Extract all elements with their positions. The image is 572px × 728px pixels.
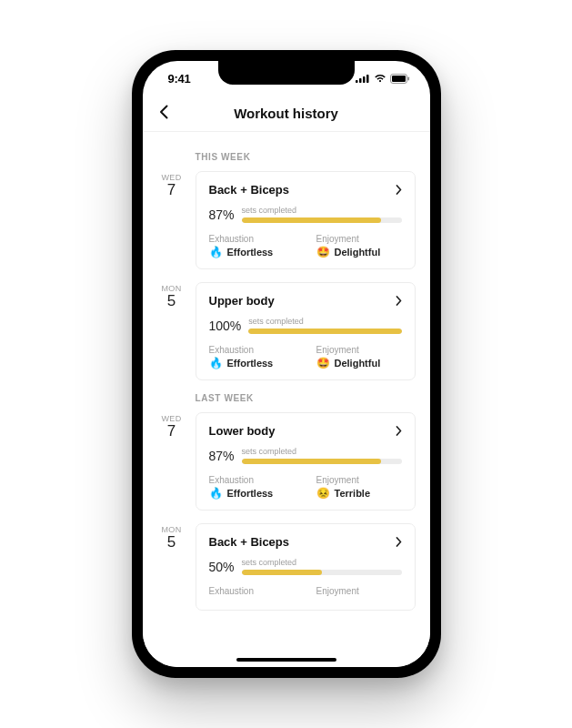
enjoyment-label: Enjoyment: [316, 345, 402, 355]
flame-icon: 🔥: [209, 358, 223, 369]
face-icon: 🤩: [316, 358, 330, 369]
enjoyment-label: Enjoyment: [316, 234, 402, 244]
progress-bar: [242, 570, 402, 575]
completion-percent: 50%: [209, 560, 235, 574]
enjoyment-value: Delightful: [335, 358, 381, 369]
progress-fill: [248, 329, 401, 334]
section-header: LAST WEEK: [196, 393, 416, 403]
date-column: WED 7: [157, 171, 186, 269]
phone-screen: 9:41 Workout history THIS WEEK WED 7: [143, 61, 430, 667]
exhaustion-value: Effortless: [227, 358, 274, 369]
enjoyment-value: Terrible: [335, 488, 371, 499]
workout-title: Lower body: [209, 424, 276, 438]
enjoyment-value: Delightful: [335, 247, 381, 258]
svg-rect-0: [356, 80, 358, 83]
date-day: 7: [157, 182, 186, 199]
completion-percent: 100%: [209, 318, 242, 333]
chevron-right-icon: [396, 296, 402, 306]
page-title: Workout history: [234, 106, 338, 121]
flame-icon: 🔥: [209, 247, 223, 258]
date-column: WED 7: [157, 412, 186, 511]
battery-icon: [390, 74, 410, 84]
completion-label: sets completed: [248, 317, 401, 326]
progress-fill: [242, 570, 322, 575]
exhaustion-value: Effortless: [227, 247, 274, 258]
workout-title: Back + Biceps: [209, 535, 290, 549]
svg-rect-5: [392, 76, 406, 82]
svg-rect-1: [359, 78, 362, 83]
workout-title: Upper body: [209, 294, 275, 308]
chevron-left-icon: [159, 105, 168, 119]
content-scroll[interactable]: THIS WEEK WED 7 Back + Biceps 87% sets c…: [143, 132, 430, 667]
workout-card[interactable]: Lower body 87% sets completed Exhaustion: [196, 412, 416, 511]
completion-percent: 87%: [209, 207, 235, 222]
progress-bar: [242, 459, 402, 464]
chevron-right-icon: [396, 537, 402, 547]
workout-card[interactable]: Back + Biceps 50% sets completed Exhaust…: [196, 523, 416, 611]
workout-row: MON 5 Back + Biceps 50% sets completed: [157, 523, 416, 611]
enjoyment-label: Enjoyment: [316, 586, 402, 596]
workout-row: WED 7 Back + Biceps 87% sets completed: [157, 171, 416, 269]
progress-fill: [242, 459, 381, 464]
status-time: 9:41: [168, 72, 191, 86]
wifi-icon: [374, 74, 386, 83]
exhaustion-label: Exhaustion: [209, 234, 295, 244]
progress-bar: [248, 329, 401, 334]
date-column: MON 5: [157, 523, 186, 611]
face-icon: 😣: [316, 488, 330, 499]
back-button[interactable]: [156, 101, 172, 126]
workout-card[interactable]: Back + Biceps 87% sets completed Exhaust…: [196, 171, 416, 269]
nav-bar: Workout history: [143, 96, 430, 132]
progress-bar: [242, 217, 402, 223]
date-day: 5: [157, 534, 186, 551]
completion-label: sets completed: [242, 558, 402, 567]
date-day: 5: [157, 293, 186, 310]
exhaustion-label: Exhaustion: [209, 586, 295, 596]
completion-label: sets completed: [242, 447, 402, 456]
home-indicator[interactable]: [236, 658, 336, 662]
face-icon: 🤩: [316, 247, 330, 258]
workout-card[interactable]: Upper body 100% sets completed Exhaustio…: [196, 282, 416, 380]
svg-rect-3: [366, 75, 369, 83]
date-column: MON 5: [157, 282, 186, 380]
svg-rect-2: [363, 76, 366, 83]
chevron-right-icon: [396, 185, 402, 195]
svg-rect-6: [407, 76, 409, 80]
notch: [218, 61, 355, 85]
workout-row: WED 7 Lower body 87% sets completed: [157, 412, 416, 511]
enjoyment-label: Enjoyment: [316, 475, 402, 485]
signal-icon: [356, 74, 370, 83]
exhaustion-label: Exhaustion: [209, 475, 295, 485]
completion-percent: 87%: [209, 449, 235, 463]
progress-fill: [242, 217, 381, 223]
flame-icon: 🔥: [209, 488, 223, 499]
workout-row: MON 5 Upper body 100% sets completed: [157, 282, 416, 380]
completion-label: sets completed: [242, 206, 402, 215]
status-icons: [356, 74, 410, 84]
phone-frame: 9:41 Workout history THIS WEEK WED 7: [132, 50, 441, 678]
date-day: 7: [157, 423, 186, 440]
exhaustion-value: Effortless: [227, 488, 274, 499]
workout-title: Back + Biceps: [209, 183, 290, 197]
chevron-right-icon: [396, 426, 402, 436]
exhaustion-label: Exhaustion: [209, 345, 295, 355]
section-header: THIS WEEK: [196, 152, 416, 162]
